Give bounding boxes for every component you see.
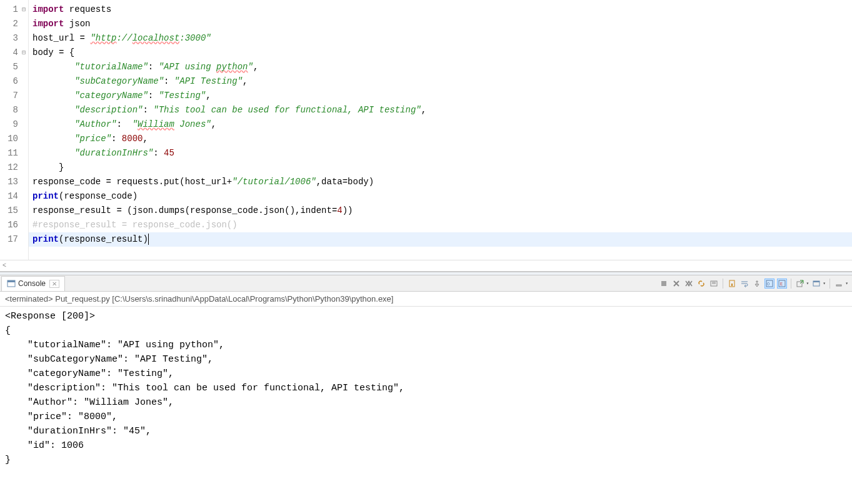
dropdown-arrow-icon[interactable]: ▾ bbox=[823, 280, 826, 286]
svg-rect-1 bbox=[8, 280, 15, 282]
line-number: 12 bbox=[0, 161, 28, 175]
toolbar-separator bbox=[791, 279, 791, 289]
console-tab[interactable]: Console ✕ bbox=[1, 276, 65, 291]
fold-marker-icon[interactable]: ⊟ bbox=[19, 2, 26, 17]
console-output-line: "id": 1006 bbox=[5, 438, 847, 453]
console-status-line: <terminated> Put_request.py [C:\Users\s.… bbox=[0, 292, 852, 307]
line-number: 6 bbox=[0, 74, 28, 89]
line-number: 3 bbox=[0, 31, 28, 46]
console-output-line: "categoryName": "Testing", bbox=[5, 367, 847, 381]
console-output-line: "durationInHrs": "45", bbox=[5, 424, 847, 438]
console-icon bbox=[7, 279, 16, 288]
console-output[interactable]: <Response [200]>{ "tutorialName": "API u… bbox=[0, 307, 852, 504]
toolbar-separator bbox=[829, 279, 830, 289]
code-line[interactable]: print(response_code) bbox=[33, 189, 852, 204]
code-line[interactable]: body = { bbox=[33, 46, 852, 60]
code-line[interactable]: } bbox=[33, 161, 852, 175]
code-line[interactable]: import json bbox=[33, 17, 852, 31]
svg-rect-14 bbox=[813, 281, 819, 282]
word-wrap-icon[interactable] bbox=[739, 279, 749, 289]
line-number: 9 bbox=[0, 117, 28, 132]
console-tabbar: Console ✕ O E ▾ ▾ ▾ bbox=[0, 275, 852, 292]
line-gutter: 1⊟234⊟567891011121314151617 bbox=[0, 0, 29, 260]
console-output-line: } bbox=[5, 453, 847, 467]
line-number: 7 bbox=[0, 89, 28, 103]
code-line[interactable]: import requests bbox=[33, 2, 852, 17]
code-line[interactable]: response_code = requests.put(host_url+"/… bbox=[33, 175, 852, 189]
console-output-line: { bbox=[5, 324, 847, 338]
line-number: 16 bbox=[0, 218, 28, 232]
console-output-line: "Author": "William Jones", bbox=[5, 395, 847, 410]
svg-rect-15 bbox=[836, 285, 841, 286]
dropdown-arrow-icon[interactable]: ▾ bbox=[806, 280, 809, 286]
code-area[interactable]: import requestsimport jsonhost_url = "ht… bbox=[29, 0, 852, 260]
svg-text:E: E bbox=[780, 282, 783, 287]
show-out-icon[interactable]: O bbox=[764, 279, 774, 289]
display-console-icon[interactable] bbox=[811, 279, 821, 289]
line-number: 10 bbox=[0, 132, 28, 146]
scroll-lock-icon[interactable] bbox=[727, 279, 737, 289]
line-number: 1⊟ bbox=[0, 2, 28, 17]
link-icon[interactable] bbox=[696, 279, 706, 289]
console-output-line: "description": "This tool can be used fo… bbox=[5, 381, 847, 395]
scroll-left-icon[interactable]: < bbox=[3, 262, 6, 269]
code-line[interactable]: print(response_result) bbox=[29, 232, 852, 247]
line-number: 2 bbox=[0, 17, 28, 31]
code-line[interactable]: response_result = (json.dumps(response_c… bbox=[33, 204, 852, 218]
remove-all-terminated-icon[interactable] bbox=[684, 279, 694, 289]
code-line[interactable]: "subCategoryName": "API Testing", bbox=[33, 74, 852, 89]
dropdown-arrow-icon[interactable]: ▾ bbox=[845, 280, 848, 286]
code-line[interactable]: "price": 8000, bbox=[33, 132, 852, 146]
console-pane: Console ✕ O E ▾ ▾ ▾ <terminated> Put_req… bbox=[0, 275, 852, 504]
code-line[interactable]: "description": "This tool can be used fo… bbox=[33, 103, 852, 117]
line-number: 14 bbox=[0, 189, 28, 204]
toolbar-separator bbox=[723, 279, 723, 289]
tab-close-icon[interactable]: ✕ bbox=[49, 280, 59, 288]
code-line[interactable]: "tutorialName": "API using python", bbox=[33, 60, 852, 74]
code-editor-pane: 1⊟234⊟567891011121314151617 import reque… bbox=[0, 0, 852, 272]
line-number: 11 bbox=[0, 146, 28, 161]
line-number: 8 bbox=[0, 103, 28, 117]
clear-console-icon[interactable] bbox=[709, 279, 719, 289]
svg-rect-2 bbox=[661, 281, 666, 286]
console-tab-label: Console bbox=[18, 279, 46, 288]
code-line[interactable]: host_url = "http://localhost:3000" bbox=[33, 31, 852, 46]
console-output-line: <Response [200]> bbox=[5, 309, 847, 324]
terminate-icon[interactable] bbox=[659, 279, 669, 289]
line-number: 13 bbox=[0, 175, 28, 189]
console-output-line: "tutorialName": "API using python", bbox=[5, 338, 847, 352]
code-line[interactable]: #response_result = response_code.json() bbox=[33, 218, 852, 232]
editor-content: 1⊟234⊟567891011121314151617 import reque… bbox=[0, 0, 852, 260]
line-number: 4⊟ bbox=[0, 46, 28, 60]
console-output-line: "price": "8000", bbox=[5, 410, 847, 424]
horizontal-scrollbar[interactable]: < bbox=[0, 260, 852, 271]
pin-console-icon[interactable] bbox=[752, 279, 762, 289]
svg-rect-7 bbox=[731, 284, 733, 286]
fold-marker-icon[interactable]: ⊟ bbox=[19, 46, 26, 60]
open-console-icon[interactable] bbox=[795, 279, 805, 289]
show-err-icon[interactable]: E bbox=[777, 279, 787, 289]
line-number: 17 bbox=[0, 232, 28, 247]
console-output-line: "subCategoryName": "API Testing", bbox=[5, 352, 847, 367]
code-line[interactable]: "durationInHrs": 45 bbox=[33, 146, 852, 161]
line-number: 15 bbox=[0, 204, 28, 218]
line-number: 5 bbox=[0, 60, 28, 74]
code-line[interactable]: "categoryName": "Testing", bbox=[33, 89, 852, 103]
console-toolbar: O E ▾ ▾ ▾ bbox=[659, 279, 848, 289]
minimize-icon[interactable] bbox=[834, 279, 844, 289]
svg-text:O: O bbox=[767, 282, 769, 287]
text-cursor bbox=[148, 234, 149, 245]
code-line[interactable]: "Author": "William Jones", bbox=[33, 117, 852, 132]
remove-terminated-x-icon[interactable] bbox=[671, 279, 681, 289]
